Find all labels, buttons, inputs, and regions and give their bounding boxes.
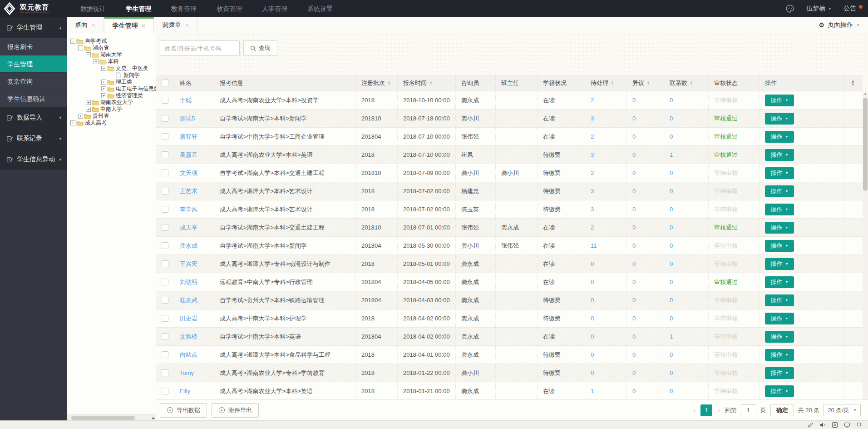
scroll-up-arrow-icon[interactable]: ▲ <box>863 92 868 96</box>
row-action-button[interactable]: 操作▼ <box>765 204 794 215</box>
tree-node[interactable]: −自学考试 <box>69 38 156 45</box>
nav-item-system-settings[interactable]: 系统设置 <box>297 0 343 17</box>
dispute-count-link[interactable]: 0 <box>627 128 664 146</box>
select-all-checkbox[interactable] <box>162 80 168 86</box>
contact-count-link[interactable]: 0 <box>664 91 709 110</box>
contact-count-link[interactable]: 0 <box>664 255 709 273</box>
contact-count-link[interactable]: 1 <box>664 146 709 164</box>
column-settings-icon[interactable]: ⋮ <box>844 75 862 91</box>
row-checkbox[interactable] <box>162 188 168 195</box>
contact-count-link[interactable]: 0 <box>664 291 709 309</box>
row-checkbox[interactable] <box>162 351 168 358</box>
dispute-count-link[interactable]: 0 <box>627 219 664 237</box>
row-checkbox[interactable] <box>162 242 168 249</box>
dispute-count-link[interactable]: 0 <box>627 273 664 291</box>
row-checkbox[interactable] <box>162 151 168 158</box>
row-checkbox[interactable] <box>162 315 168 322</box>
collapse-node-icon[interactable]: − <box>86 52 91 57</box>
pen-icon[interactable] <box>807 422 814 428</box>
tab-student-mgmt[interactable]: 学生管理× <box>104 17 154 33</box>
search-button[interactable]: 查询 <box>243 40 277 56</box>
close-icon[interactable]: × <box>142 22 146 29</box>
tree-node[interactable]: −本科 <box>69 58 156 65</box>
sort-icon[interactable]: ▲▼ <box>611 81 614 85</box>
dispute-count-link[interactable]: 0 <box>627 291 664 309</box>
dispute-count-link[interactable]: 0 <box>627 237 664 255</box>
student-name-link[interactable]: 成天享 <box>174 219 214 237</box>
contact-count-link[interactable]: 0 <box>664 309 709 328</box>
contact-count-link[interactable]: 0 <box>664 273 709 291</box>
expand-node-icon[interactable]: + <box>70 120 75 125</box>
close-icon[interactable]: × <box>185 22 189 29</box>
close-icon[interactable]: × <box>92 22 95 29</box>
student-name-link[interactable]: 萧亚轩 <box>174 128 214 146</box>
sidebar-group-student-mgmt-group[interactable]: 学生管理▲ <box>0 17 67 38</box>
dispute-count-link[interactable]: 0 <box>627 200 664 219</box>
scroll-right-arrow-icon[interactable]: ▸ <box>153 415 155 420</box>
tree-node[interactable]: +成人高考 <box>69 120 156 126</box>
pending-count-link[interactable]: 0 <box>585 309 627 328</box>
row-checkbox[interactable] <box>162 206 168 213</box>
contact-count-link[interactable]: 1 <box>664 328 709 346</box>
tree-node[interactable]: −湖南省 <box>69 45 156 51</box>
row-action-button[interactable]: 操作▼ <box>765 294 794 306</box>
row-action-button[interactable]: 操作▼ <box>765 95 794 106</box>
student-name-link[interactable]: 龚永成 <box>174 237 214 255</box>
student-name-link[interactable]: 文天项 <box>174 164 214 182</box>
row-action-button[interactable]: 操作▼ <box>765 385 794 397</box>
dispute-count-link[interactable]: 0 <box>627 91 664 110</box>
tree-node[interactable]: +电工电子与信息类 <box>69 85 156 92</box>
row-action-button[interactable]: 操作▼ <box>765 331 794 343</box>
contact-count-link[interactable]: 0 <box>664 346 709 364</box>
dispute-count-link[interactable]: 0 <box>627 382 664 400</box>
expand-node-icon[interactable]: + <box>86 107 91 112</box>
pending-count-link[interactable]: 2 <box>585 164 627 182</box>
dispute-count-link[interactable]: 0 <box>627 309 664 328</box>
pending-count-link[interactable]: 3 <box>585 110 627 128</box>
student-name-link[interactable]: 刘达明 <box>174 273 214 291</box>
sidebar-group-student-change-group[interactable]: 学生信息异动▼ <box>0 149 67 170</box>
row-checkbox[interactable] <box>162 260 168 267</box>
contact-count-link[interactable]: 0 <box>664 128 709 146</box>
student-name-link[interactable]: Filly <box>174 382 214 400</box>
pending-count-link[interactable]: 0 <box>585 255 627 273</box>
nav-item-hr-mgmt[interactable]: 人事管理 <box>252 0 297 17</box>
row-action-button[interactable]: 操作▼ <box>765 185 794 197</box>
monitor-icon[interactable] <box>844 422 850 428</box>
pending-count-link[interactable]: 3 <box>585 200 627 219</box>
row-action-button[interactable]: 操作▼ <box>765 276 794 288</box>
row-action-button[interactable]: 操作▼ <box>765 258 794 270</box>
row-checkbox[interactable] <box>162 97 168 104</box>
row-action-button[interactable]: 操作▼ <box>765 149 794 161</box>
confirm-page-button[interactable]: 确定 <box>770 404 794 416</box>
user-menu[interactable]: 伍梦楠 ▼ <box>806 5 832 13</box>
scrollbar-thumb[interactable] <box>71 416 135 420</box>
scrollbar-thumb[interactable] <box>863 98 868 191</box>
pending-count-link[interactable]: 2 <box>585 219 627 237</box>
nav-item-fee-mgmt[interactable]: 收费管理 <box>207 0 252 17</box>
tree-horizontal-scrollbar[interactable]: ▸ <box>67 414 156 420</box>
contact-count-link[interactable]: 0 <box>664 237 709 255</box>
contact-count-link[interactable]: 0 <box>664 182 709 200</box>
row-checkbox[interactable] <box>162 297 168 304</box>
contact-count-link[interactable]: 0 <box>664 164 709 182</box>
row-checkbox[interactable] <box>162 279 168 285</box>
dispute-count-link[interactable]: 0 <box>627 164 664 182</box>
tree-node[interactable]: +贵州省 <box>69 113 156 120</box>
pending-count-link[interactable]: 2 <box>585 91 627 110</box>
dispute-count-link[interactable]: 0 <box>627 146 664 164</box>
table-vertical-scrollbar[interactable]: ▲ <box>863 91 868 399</box>
expand-node-icon[interactable]: + <box>78 114 83 119</box>
student-name-link[interactable]: 吴新元 <box>174 146 214 164</box>
nav-item-academic-mgmt[interactable]: 教务管理 <box>161 0 207 17</box>
contact-count-link[interactable]: 0 <box>664 200 709 219</box>
speaker-icon[interactable] <box>819 422 826 428</box>
student-name-link[interactable]: 王兴宏 <box>174 255 214 273</box>
sidebar-group-contact-record-group[interactable]: 联系记录▼ <box>0 128 67 149</box>
row-checkbox[interactable] <box>162 133 168 140</box>
pending-count-link[interactable]: 0 <box>585 273 627 291</box>
pending-count-link[interactable]: 0 <box>585 328 627 346</box>
row-action-button[interactable]: 操作▼ <box>765 349 794 361</box>
sidebar-item-signup-card[interactable]: 报名刷卡 <box>0 38 67 55</box>
student-name-link[interactable]: 田史岩 <box>174 309 214 328</box>
